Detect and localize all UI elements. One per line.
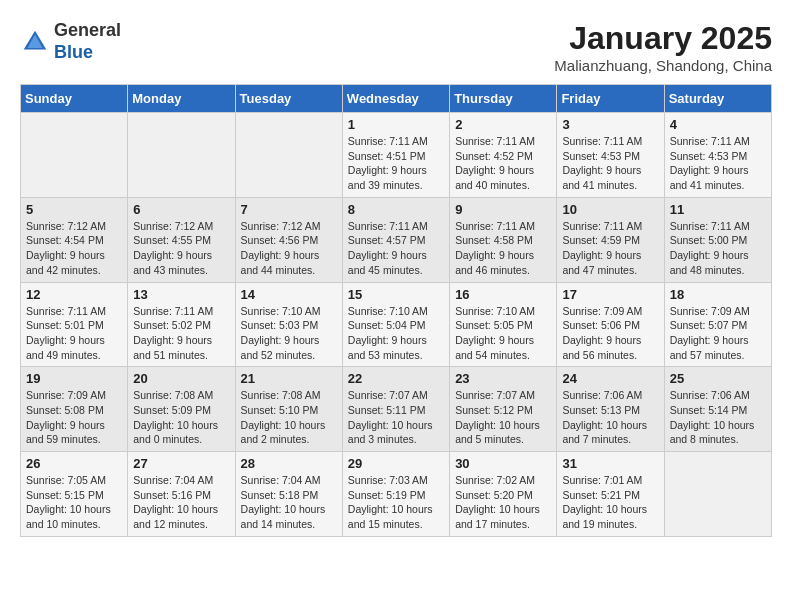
calendar-cell: 30Sunrise: 7:02 AM Sunset: 5:20 PM Dayli… (450, 452, 557, 537)
logo-blue-text: Blue (54, 42, 93, 62)
day-info: Sunrise: 7:09 AM Sunset: 5:08 PM Dayligh… (26, 388, 122, 447)
title-block: January 2025 Malianzhuang, Shandong, Chi… (554, 20, 772, 74)
header-cell-saturday: Saturday (664, 85, 771, 113)
calendar-cell: 22Sunrise: 7:07 AM Sunset: 5:11 PM Dayli… (342, 367, 449, 452)
calendar-cell: 27Sunrise: 7:04 AM Sunset: 5:16 PM Dayli… (128, 452, 235, 537)
header-row: SundayMondayTuesdayWednesdayThursdayFrid… (21, 85, 772, 113)
calendar-cell: 17Sunrise: 7:09 AM Sunset: 5:06 PM Dayli… (557, 282, 664, 367)
day-info: Sunrise: 7:11 AM Sunset: 4:59 PM Dayligh… (562, 219, 658, 278)
calendar-table: SundayMondayTuesdayWednesdayThursdayFrid… (20, 84, 772, 537)
calendar-cell (235, 113, 342, 198)
day-number: 15 (348, 287, 444, 302)
day-info: Sunrise: 7:05 AM Sunset: 5:15 PM Dayligh… (26, 473, 122, 532)
day-info: Sunrise: 7:01 AM Sunset: 5:21 PM Dayligh… (562, 473, 658, 532)
calendar-cell: 6Sunrise: 7:12 AM Sunset: 4:55 PM Daylig… (128, 197, 235, 282)
day-info: Sunrise: 7:04 AM Sunset: 5:16 PM Dayligh… (133, 473, 229, 532)
day-number: 28 (241, 456, 337, 471)
calendar-cell (21, 113, 128, 198)
header-cell-wednesday: Wednesday (342, 85, 449, 113)
day-number: 25 (670, 371, 766, 386)
calendar-cell: 15Sunrise: 7:10 AM Sunset: 5:04 PM Dayli… (342, 282, 449, 367)
day-info: Sunrise: 7:08 AM Sunset: 5:09 PM Dayligh… (133, 388, 229, 447)
day-info: Sunrise: 7:11 AM Sunset: 5:00 PM Dayligh… (670, 219, 766, 278)
day-number: 30 (455, 456, 551, 471)
day-number: 18 (670, 287, 766, 302)
day-number: 10 (562, 202, 658, 217)
day-number: 31 (562, 456, 658, 471)
calendar-cell: 7Sunrise: 7:12 AM Sunset: 4:56 PM Daylig… (235, 197, 342, 282)
day-number: 21 (241, 371, 337, 386)
calendar-header: SundayMondayTuesdayWednesdayThursdayFrid… (21, 85, 772, 113)
day-info: Sunrise: 7:06 AM Sunset: 5:14 PM Dayligh… (670, 388, 766, 447)
day-number: 1 (348, 117, 444, 132)
day-info: Sunrise: 7:10 AM Sunset: 5:05 PM Dayligh… (455, 304, 551, 363)
calendar-cell: 18Sunrise: 7:09 AM Sunset: 5:07 PM Dayli… (664, 282, 771, 367)
header-cell-monday: Monday (128, 85, 235, 113)
location-subtitle: Malianzhuang, Shandong, China (554, 57, 772, 74)
header-cell-friday: Friday (557, 85, 664, 113)
day-number: 27 (133, 456, 229, 471)
calendar-cell: 29Sunrise: 7:03 AM Sunset: 5:19 PM Dayli… (342, 452, 449, 537)
day-info: Sunrise: 7:09 AM Sunset: 5:06 PM Dayligh… (562, 304, 658, 363)
day-info: Sunrise: 7:11 AM Sunset: 4:53 PM Dayligh… (562, 134, 658, 193)
day-info: Sunrise: 7:11 AM Sunset: 4:53 PM Dayligh… (670, 134, 766, 193)
day-info: Sunrise: 7:12 AM Sunset: 4:54 PM Dayligh… (26, 219, 122, 278)
week-row-4: 19Sunrise: 7:09 AM Sunset: 5:08 PM Dayli… (21, 367, 772, 452)
day-number: 3 (562, 117, 658, 132)
day-number: 22 (348, 371, 444, 386)
calendar-cell: 23Sunrise: 7:07 AM Sunset: 5:12 PM Dayli… (450, 367, 557, 452)
day-info: Sunrise: 7:07 AM Sunset: 5:11 PM Dayligh… (348, 388, 444, 447)
day-number: 12 (26, 287, 122, 302)
calendar-cell: 16Sunrise: 7:10 AM Sunset: 5:05 PM Dayli… (450, 282, 557, 367)
calendar-cell (128, 113, 235, 198)
calendar-cell: 28Sunrise: 7:04 AM Sunset: 5:18 PM Dayli… (235, 452, 342, 537)
header-cell-tuesday: Tuesday (235, 85, 342, 113)
header-cell-sunday: Sunday (21, 85, 128, 113)
week-row-3: 12Sunrise: 7:11 AM Sunset: 5:01 PM Dayli… (21, 282, 772, 367)
day-number: 8 (348, 202, 444, 217)
day-info: Sunrise: 7:11 AM Sunset: 4:51 PM Dayligh… (348, 134, 444, 193)
calendar-cell: 24Sunrise: 7:06 AM Sunset: 5:13 PM Dayli… (557, 367, 664, 452)
day-info: Sunrise: 7:11 AM Sunset: 5:01 PM Dayligh… (26, 304, 122, 363)
calendar-cell: 31Sunrise: 7:01 AM Sunset: 5:21 PM Dayli… (557, 452, 664, 537)
day-number: 9 (455, 202, 551, 217)
calendar-cell: 20Sunrise: 7:08 AM Sunset: 5:09 PM Dayli… (128, 367, 235, 452)
day-info: Sunrise: 7:10 AM Sunset: 5:03 PM Dayligh… (241, 304, 337, 363)
calendar-cell (664, 452, 771, 537)
calendar-cell: 5Sunrise: 7:12 AM Sunset: 4:54 PM Daylig… (21, 197, 128, 282)
day-info: Sunrise: 7:08 AM Sunset: 5:10 PM Dayligh… (241, 388, 337, 447)
day-number: 14 (241, 287, 337, 302)
day-info: Sunrise: 7:11 AM Sunset: 4:57 PM Dayligh… (348, 219, 444, 278)
day-info: Sunrise: 7:04 AM Sunset: 5:18 PM Dayligh… (241, 473, 337, 532)
calendar-cell: 4Sunrise: 7:11 AM Sunset: 4:53 PM Daylig… (664, 113, 771, 198)
day-number: 19 (26, 371, 122, 386)
calendar-cell: 1Sunrise: 7:11 AM Sunset: 4:51 PM Daylig… (342, 113, 449, 198)
calendar-body: 1Sunrise: 7:11 AM Sunset: 4:51 PM Daylig… (21, 113, 772, 537)
day-number: 23 (455, 371, 551, 386)
week-row-2: 5Sunrise: 7:12 AM Sunset: 4:54 PM Daylig… (21, 197, 772, 282)
day-info: Sunrise: 7:11 AM Sunset: 5:02 PM Dayligh… (133, 304, 229, 363)
day-number: 6 (133, 202, 229, 217)
calendar-cell: 19Sunrise: 7:09 AM Sunset: 5:08 PM Dayli… (21, 367, 128, 452)
calendar-cell: 9Sunrise: 7:11 AM Sunset: 4:58 PM Daylig… (450, 197, 557, 282)
header-cell-thursday: Thursday (450, 85, 557, 113)
day-info: Sunrise: 7:11 AM Sunset: 4:52 PM Dayligh… (455, 134, 551, 193)
day-number: 11 (670, 202, 766, 217)
day-info: Sunrise: 7:12 AM Sunset: 4:55 PM Dayligh… (133, 219, 229, 278)
logo-general-text: General (54, 20, 121, 40)
day-number: 24 (562, 371, 658, 386)
day-info: Sunrise: 7:06 AM Sunset: 5:13 PM Dayligh… (562, 388, 658, 447)
week-row-1: 1Sunrise: 7:11 AM Sunset: 4:51 PM Daylig… (21, 113, 772, 198)
month-title: January 2025 (554, 20, 772, 57)
day-number: 17 (562, 287, 658, 302)
day-number: 2 (455, 117, 551, 132)
day-number: 29 (348, 456, 444, 471)
calendar-cell: 2Sunrise: 7:11 AM Sunset: 4:52 PM Daylig… (450, 113, 557, 198)
day-info: Sunrise: 7:03 AM Sunset: 5:19 PM Dayligh… (348, 473, 444, 532)
logo: General Blue (20, 20, 121, 63)
calendar-cell: 26Sunrise: 7:05 AM Sunset: 5:15 PM Dayli… (21, 452, 128, 537)
day-info: Sunrise: 7:11 AM Sunset: 4:58 PM Dayligh… (455, 219, 551, 278)
calendar-cell: 10Sunrise: 7:11 AM Sunset: 4:59 PM Dayli… (557, 197, 664, 282)
week-row-5: 26Sunrise: 7:05 AM Sunset: 5:15 PM Dayli… (21, 452, 772, 537)
day-info: Sunrise: 7:02 AM Sunset: 5:20 PM Dayligh… (455, 473, 551, 532)
